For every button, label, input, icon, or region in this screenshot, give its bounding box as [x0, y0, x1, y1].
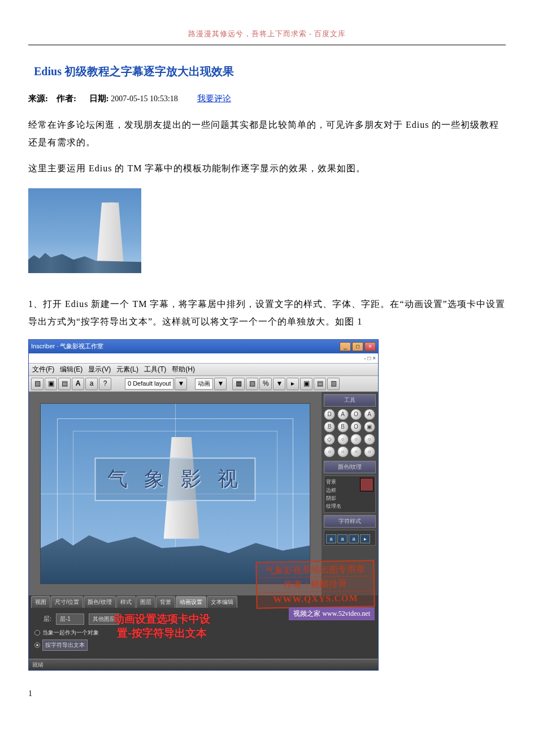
app-window: Inscriber · 气象影视工作室 _ □ × - □ × 文件(F) 编辑…	[28, 339, 379, 671]
menu-help[interactable]: 帮助(H)	[172, 364, 195, 375]
tb-icon-2[interactable]: ▧	[246, 378, 258, 390]
article-meta: 来源: 作者: 日期: 2007-05-15 10:53:18 我要评论	[28, 92, 506, 105]
status-bar: 就绪	[29, 659, 378, 670]
tool-open-icon[interactable]: ▣	[45, 378, 57, 390]
window-title: Inscriber · 气象影视工作室	[31, 342, 338, 352]
tool-help-icon[interactable]: ?	[99, 378, 111, 390]
title-text-element[interactable]: 气 象 影 视	[95, 457, 256, 502]
page-header-motto: 路漫漫其修远兮，吾将上下而求索 - 百度文库	[28, 28, 506, 45]
tool-btn-4[interactable]: B	[324, 421, 335, 433]
tb-icon-3[interactable]: %	[259, 378, 272, 390]
anim-select[interactable]: 动画	[195, 378, 213, 390]
tab-color[interactable]: 颜色/纹理	[84, 596, 116, 608]
tool-btn-0[interactable]: D	[324, 409, 335, 420]
sub-window-controls[interactable]: - □ ×	[364, 354, 376, 363]
tool-save-icon[interactable]: ▤	[58, 378, 71, 390]
color-swatch[interactable]	[360, 478, 374, 491]
comment-link[interactable]: 我要评论	[197, 94, 231, 103]
paragraph-2: 这里主要运用 Edius 的 TM 字幕中的模板功能制作逐字显示的效果，效果如图…	[28, 160, 506, 177]
style-section: a a a ▸	[324, 530, 376, 546]
style-preset-4[interactable]: ▸	[360, 534, 370, 543]
menu-view[interactable]: 显示(V)	[88, 364, 111, 375]
radio-as-object[interactable]	[34, 630, 40, 636]
tool-btn-15[interactable]: ○	[364, 446, 375, 457]
menu-tools[interactable]: 工具(T)	[144, 364, 166, 375]
source-label: 来源:	[28, 94, 48, 103]
page-number: 1	[28, 688, 506, 700]
tool-new-icon[interactable]: ▨	[31, 378, 44, 390]
color-panel-title: 颜色/纹理	[324, 461, 376, 473]
layer-label: 层:	[34, 614, 51, 624]
article-title: Edius 初级教程之字幕逐字放大出现效果	[34, 62, 506, 80]
color-row-3[interactable]: 纹理名	[326, 502, 374, 510]
watermark: 视频之家 www.52video.net	[289, 607, 375, 620]
paragraph-3: 1、打开 Edius 新建一个 TM 字幕，将字幕居中排列，设置文字的样式、字体…	[28, 296, 506, 330]
menu-file[interactable]: 文件(F)	[32, 364, 54, 375]
sub-titlebar: - □ ×	[29, 353, 378, 364]
radio-as-object-label: 当象一起作为一个对象	[42, 628, 99, 637]
radio-by-char-label: 按字符导出文本	[42, 640, 88, 651]
layout-select[interactable]: 0 Default layout	[125, 378, 173, 390]
annotation-overlay: 动画设置选项卡中设 置-按字符导出文本	[114, 612, 210, 640]
close-button[interactable]: ×	[364, 342, 376, 351]
tool-btn-1[interactable]: A	[337, 409, 349, 420]
tool-btn-8[interactable]: ◇	[324, 434, 335, 445]
date-label: 日期:	[89, 94, 109, 103]
tb-icon-4[interactable]: ▼	[273, 378, 285, 390]
tool-btn-12[interactable]: ○	[324, 446, 335, 457]
preview-canvas[interactable]: 气 象 影 视	[40, 403, 310, 584]
minimize-button[interactable]: _	[340, 342, 351, 351]
tab-view[interactable]: 视图	[31, 596, 50, 608]
tab-layer[interactable]: 图层	[136, 596, 155, 608]
layer-select[interactable]: 层-1	[56, 614, 84, 625]
tb-icon-7[interactable]: ▤	[314, 378, 326, 390]
author-stamp: 气象影视基地出图专用章 作者：糖醋排骨 WWW.QXYS.COM	[255, 560, 375, 609]
color-section: 背景 边框 阴影 纹理名	[324, 476, 376, 513]
radio-by-char[interactable]	[34, 642, 40, 648]
tool-btn-13[interactable]: ○	[337, 446, 349, 457]
tool-btn-6[interactable]: O	[350, 421, 362, 433]
tab-anim[interactable]: 动画设置	[176, 596, 206, 608]
style-panel-title: 字符样式	[324, 515, 376, 528]
author-label: 作者:	[57, 94, 76, 103]
style-preset-1[interactable]: a	[326, 534, 336, 543]
stamp-line-3: WWW.QXYS.COM	[258, 591, 372, 607]
menu-element[interactable]: 元素(L)	[116, 364, 138, 375]
tab-size[interactable]: 尺寸/位置	[51, 596, 83, 608]
menu-edit[interactable]: 编辑(E)	[60, 364, 83, 375]
tool-btn-14[interactable]: ○	[350, 446, 362, 457]
tb-icon-8[interactable]: ▥	[327, 378, 340, 390]
tool-btn-11[interactable]: ○	[364, 434, 375, 445]
layout-dropdown-icon[interactable]: ▼	[175, 378, 187, 390]
color-row-2[interactable]: 阴影	[326, 494, 374, 502]
tool-text-small-icon[interactable]: a	[85, 378, 98, 390]
maximize-button[interactable]: □	[352, 342, 363, 351]
preview-image	[28, 188, 141, 273]
stamp-line-1: 气象影视基地出图专用章	[258, 562, 372, 578]
tab-textedit[interactable]: 文本编辑	[207, 596, 237, 608]
tb-icon-6[interactable]: ▣	[300, 378, 312, 390]
menu-bar: 文件(F) 编辑(E) 显示(V) 元素(L) 工具(T) 帮助(H)	[29, 364, 378, 376]
tb-icon-5[interactable]: ▸	[286, 378, 299, 390]
tool-text-big-icon[interactable]: A	[72, 378, 84, 390]
tools-panel-title: 工具	[324, 394, 376, 407]
paragraph-1: 经常在许多论坛闲逛，发现朋友提出的一些问题其实都是比较简单的，可见许多朋友对于 …	[28, 116, 506, 151]
date-value: 2007-05-15 10:53:18	[111, 94, 178, 103]
style-preset-2[interactable]: a	[337, 534, 348, 543]
tool-btn-9[interactable]: ○	[337, 434, 349, 445]
toolbar: ▨ ▣ ▤ A a ? 0 Default layout ▼ 动画 ▼ ▦ ▧ …	[29, 376, 378, 392]
anim-dropdown-icon[interactable]: ▼	[214, 378, 227, 390]
tool-btn-3[interactable]: A	[364, 409, 375, 420]
stamp-line-2: 作者：糖醋排骨	[258, 577, 372, 593]
tool-btn-10[interactable]: ○	[350, 434, 362, 445]
tb-icon-1[interactable]: ▦	[232, 378, 245, 390]
tab-bg[interactable]: 背景	[156, 596, 175, 608]
tool-btn-7[interactable]: ▣	[364, 421, 375, 433]
tool-palette: D A O A B B O ▣ ◇ ○ ○ ○ ○ ○ ○ ○	[324, 409, 376, 457]
tool-btn-5[interactable]: B	[337, 421, 349, 433]
titlebar: Inscriber · 气象影视工作室 _ □ ×	[29, 340, 378, 353]
style-preset-3[interactable]: a	[349, 534, 359, 543]
tool-btn-2[interactable]: O	[350, 409, 362, 420]
tab-style[interactable]: 样式	[116, 596, 136, 608]
